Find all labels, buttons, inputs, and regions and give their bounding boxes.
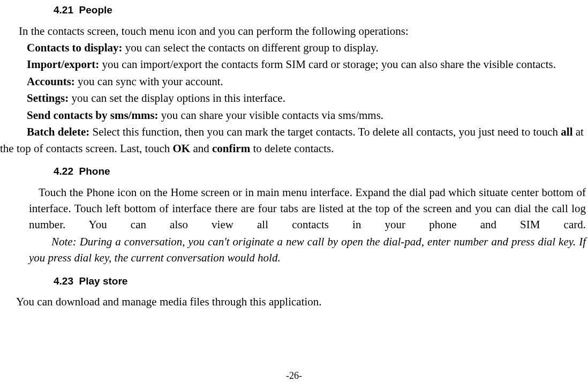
label: Send contacts by sms/mms:	[27, 109, 159, 122]
label: Contacts to display:	[27, 41, 123, 54]
label: Accounts:	[27, 75, 75, 88]
label: Batch delete:	[27, 125, 89, 138]
text: you can select the contacts on different…	[123, 41, 379, 54]
text: and	[190, 142, 212, 155]
text: you can set the display options in this …	[69, 92, 285, 104]
bold-confirm: confirm	[212, 142, 250, 155]
text: Select this function, then you can mark …	[89, 125, 561, 138]
item-import-export: Import/export: you can import/export the…	[0, 56, 588, 72]
bold-ok: OK	[172, 142, 190, 155]
play-store-text: You can download and manage media files …	[0, 294, 588, 310]
phone-block: Touch the Phone icon on the Home screen …	[0, 184, 588, 266]
section-title: People	[79, 4, 112, 16]
item-batch-delete: Batch delete: Select this function, then…	[0, 124, 588, 156]
item-contacts-to-display: Contacts to display: you can select the …	[0, 40, 588, 56]
label: Settings:	[27, 92, 69, 104]
label: Import/export:	[27, 58, 99, 71]
page-number: -26-	[0, 369, 588, 383]
phone-para: Touch the Phone icon on the Home screen …	[29, 184, 586, 233]
people-intro: In the contacts screen, touch menu icon …	[0, 23, 588, 39]
section-title: Phone	[79, 166, 110, 177]
section-heading-play-store: 4.23 Play store	[54, 274, 588, 289]
document-page: 4.21 People In the contacts screen, touc…	[0, 0, 588, 310]
text: to delete contacts.	[250, 142, 334, 155]
section-number: 4.22	[54, 166, 73, 177]
text: you can import/export the contacts form …	[99, 58, 556, 71]
text: you can sync with your account.	[75, 75, 223, 88]
item-settings: Settings: you can set the display option…	[0, 90, 588, 106]
item-send-contacts: Send contacts by sms/mms: you can share …	[0, 107, 588, 123]
section-title: Play store	[79, 275, 128, 287]
phone-note: Note: During a conversation, you can't o…	[29, 234, 586, 266]
section-number: 4.23	[54, 275, 73, 287]
item-accounts: Accounts: you can sync with your account…	[0, 73, 588, 89]
section-number: 4.21	[54, 4, 73, 16]
section-heading-people: 4.21 People	[54, 3, 588, 18]
bold-all: all	[561, 125, 572, 138]
text: you can share your visible contacts via …	[159, 109, 384, 122]
section-heading-phone: 4.22 Phone	[54, 164, 588, 179]
